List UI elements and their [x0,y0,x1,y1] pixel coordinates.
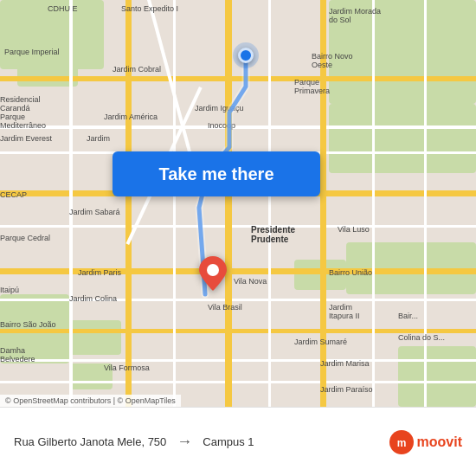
green-area [329,0,476,104]
green-area [69,320,121,355]
green-area [329,104,476,173]
svg-text:m: m [396,437,406,449]
moovit-logo: m moovit [389,430,462,454]
map-label: Jardim Sabará [69,208,120,216]
street [173,0,176,407]
map-label: Jardim [87,134,110,143]
map-label: Vila Nova [234,277,267,286]
street [320,0,326,407]
svg-point-0 [207,264,219,276]
map-label: Itaipú [0,286,19,294]
street [225,0,232,407]
map-label: Jardim Iguaçu [195,104,244,113]
green-area [398,346,476,407]
map-label: Jardim Everest [0,134,52,143]
green-area [69,363,113,389]
map-view[interactable]: CDHU E Santo Expedito I Jardim Moradado … [0,0,476,407]
street [268,0,271,407]
origin-label: Rua Gilberto Janota Mele, 750 [14,435,166,448]
moovit-logo-text: moovit [417,434,462,450]
arrow-icon: → [177,433,192,451]
bottom-navigation-bar: Rua Gilberto Janota Mele, 750 → Campus 1… [0,407,476,476]
street [424,0,427,407]
map-label: PresidentePrudente [251,225,295,244]
street [372,0,375,407]
street [69,0,73,407]
map-label: Bair... [398,312,418,320]
map-label: JardimItapura II [329,303,360,320]
map-attribution: © OpenStreetMap contributors | © OpenMap… [0,395,181,407]
destination-label: Campus 1 [203,435,254,448]
destination-marker [199,256,227,294]
map-label: ResidencialCarandá [0,95,41,113]
map-label: Parque Cedral [0,234,50,242]
origin-marker [238,48,254,63]
route-info: Rua Gilberto Janota Mele, 750 → Campus 1 [14,433,389,451]
street [125,0,132,407]
map-label: Jardim Cobral [113,65,161,74]
take-me-there-button[interactable]: Take me there [113,151,320,196]
map-label: Jardim Paraíso [320,385,373,394]
map-label: Colina do S... [398,333,445,342]
street [147,0,196,167]
